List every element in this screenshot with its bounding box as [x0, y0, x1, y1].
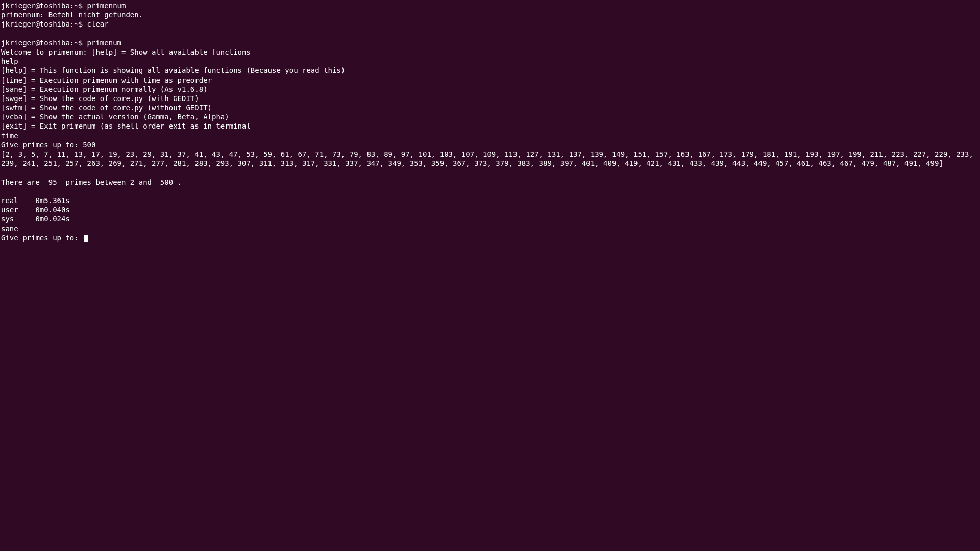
terminal-blank: [1, 187, 980, 196]
terminal-window[interactable]: jkrieger@toshiba:~$ primennum primennum:…: [1, 1, 980, 242]
terminal-line: jkrieger@toshiba:~$ primennum: [1, 1, 980, 10]
terminal-output: sys 0m0.024s: [1, 214, 980, 223]
command-text: primenum: [87, 39, 121, 47]
terminal-output: [exit] = Exit primenum (as shell order e…: [1, 121, 980, 131]
terminal-output: [vcba] = Show the actual version (Gamma,…: [1, 112, 980, 121]
terminal-output: [sane] = Execution primenum normally (As…: [1, 85, 980, 94]
terminal-output: time: [1, 131, 980, 140]
command-text: clear: [87, 20, 109, 28]
terminal-output: [time] = Execution primenum with time as…: [1, 76, 980, 85]
terminal-output: real 0m5.361s: [1, 196, 980, 205]
shell-prompt: jkrieger@toshiba:~$: [1, 39, 87, 47]
cursor-icon: [84, 235, 88, 242]
shell-prompt: jkrieger@toshiba:~$: [1, 2, 87, 10]
terminal-blank: [1, 29, 980, 38]
terminal-output: [swge] = Show the code of core.py (with …: [1, 94, 980, 103]
terminal-output: primennum: Befehl nicht gefunden.: [1, 10, 980, 19]
command-text: primennum: [87, 2, 126, 10]
terminal-output: sane: [1, 224, 980, 233]
input-prompt: Give primes up to:: [1, 234, 83, 242]
terminal-output: Give primes up to: 500: [1, 140, 980, 149]
terminal-output: help: [1, 57, 980, 66]
terminal-blank: [1, 168, 980, 177]
terminal-output: Welcome to primenum: [help] = Show all a…: [1, 47, 980, 57]
terminal-line: jkrieger@toshiba:~$ primenum: [1, 38, 980, 47]
terminal-output: [swtm] = Show the code of core.py (witho…: [1, 103, 980, 112]
terminal-output: user 0m0.040s: [1, 205, 980, 214]
terminal-line: jkrieger@toshiba:~$ clear: [1, 19, 980, 29]
terminal-output: [2, 3, 5, 7, 11, 13, 17, 19, 23, 29, 31,…: [1, 149, 980, 168]
terminal-input-line[interactable]: Give primes up to:: [1, 233, 980, 242]
shell-prompt: jkrieger@toshiba:~$: [1, 20, 87, 28]
terminal-output: [help] = This function is showing all av…: [1, 66, 980, 75]
terminal-output: There are 95 primes between 2 and 500 .: [1, 178, 980, 187]
